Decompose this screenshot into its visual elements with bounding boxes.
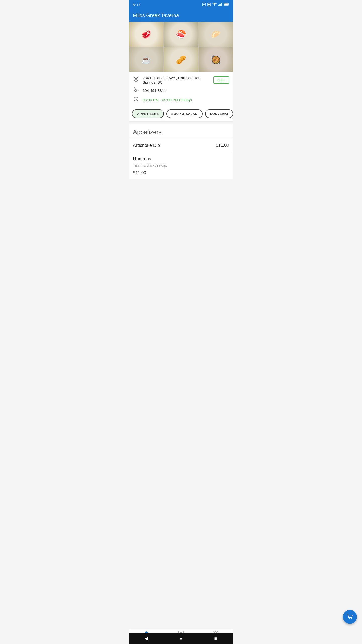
svg-rect-7 [218,5,219,6]
wifi-icon [212,3,217,7]
tab-appetizers[interactable]: APPETIZERS [132,109,164,118]
item-price-hummus: $11.00 [133,170,146,175]
svg-rect-8 [219,4,220,6]
menu-item-hummus[interactable]: Hummus Tahini & chickpea dip. $11.00 [129,152,233,179]
svg-rect-4 [209,4,210,5]
svg-rect-10 [221,3,222,6]
tab-soup-salad[interactable]: SOUP & SALAD [166,109,203,118]
svg-text:P: P [203,3,205,6]
svg-rect-3 [208,4,209,5]
location-icon [133,77,139,84]
info-section: 234 Esplanade Ave., Harrison Hot Springs… [129,72,233,106]
app-title: Milos Greek Taverna [133,13,179,18]
menu-item-artichoke-dip[interactable]: Artichoke Dip $11.00 [129,139,233,152]
svg-rect-12 [229,4,229,5]
food-item-4: ☕ [129,47,163,72]
food-item-5: 🥜 [164,47,198,72]
signal-icon [218,3,222,7]
address-text: 234 Esplanade Ave., Harrison Hot Springs… [143,76,210,84]
hours-row: 03:00 PM - 09:00 PM (Today) [133,97,229,103]
status-bar: 5:17 P [129,0,233,9]
tab-souvlaki[interactable]: SOUVLAKI [205,109,233,118]
status-time: 5:17 [133,3,140,7]
address-row: 234 Esplanade Ave., Harrison Hot Springs… [133,76,229,84]
food-item-3: 🥟 [199,22,233,47]
phone-text: 604-491-8811 [143,88,229,93]
svg-rect-9 [220,4,221,6]
category-tabs: APPETIZERS SOUP & SALAD SOUVLAKI GRILLS [129,106,233,122]
svg-rect-6 [209,5,210,5]
item-price-artichoke: $11.00 [216,143,229,148]
svg-rect-2 [208,3,211,6]
svg-line-17 [136,99,137,100]
svg-rect-5 [208,5,209,5]
open-badge: Open [213,76,229,84]
section-title: Appetizers [129,124,233,139]
parking-icon: P [202,2,206,7]
status-icons: P [202,2,229,7]
item-desc-hummus: Tahini & chickpea dip. [133,163,229,167]
sim-icon [207,2,211,7]
food-item-6: 🥘 [199,47,233,72]
phone-icon [133,87,139,94]
food-item-1: 🥩 [129,22,163,47]
svg-point-14 [135,78,137,80]
phone-row[interactable]: 604-491-8811 [133,87,229,94]
battery-icon [224,3,229,7]
app-bar: Milos Greek Taverna [129,9,233,22]
food-item-2: 🍣 [164,22,198,47]
item-name-artichoke: Artichoke Dip [133,143,160,148]
menu-section: Appetizers Artichoke Dip $11.00 Hummus T… [129,124,233,179]
svg-rect-13 [224,3,228,5]
clock-icon [133,97,139,103]
item-name-hummus: Hummus [133,156,151,162]
hours-text: 03:00 PM - 09:00 PM (Today) [143,98,229,102]
hero-image: 🥩 🍣 🥟 ☕ 🥜 🥘 [129,22,233,72]
